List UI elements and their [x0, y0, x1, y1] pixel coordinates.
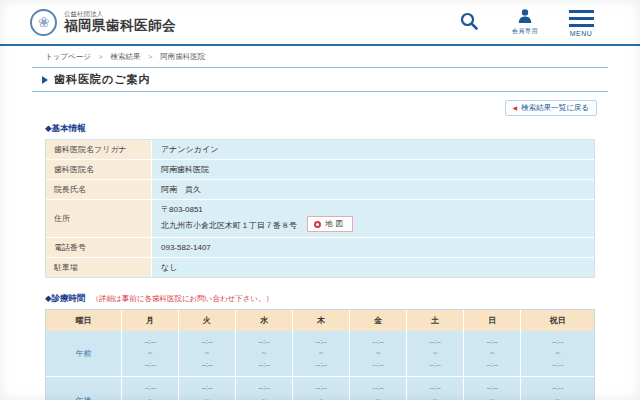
- hours-time-cell: --:--～--:--: [520, 331, 594, 378]
- row-label: 住所: [46, 200, 151, 238]
- row-label: 駐車場: [46, 258, 151, 277]
- table-row: 院長氏名 阿南 貫久: [46, 180, 594, 200]
- page-title: 歯科医院のご案内: [54, 72, 151, 87]
- hours-time-cell: --:--～--:--: [292, 331, 349, 378]
- hours-time-cell: --:--～--:--: [349, 377, 406, 400]
- hours-body: 午前--:--～--:----:--～--:----:--～--:----:--…: [46, 331, 594, 400]
- row-value: 阿南 貫久: [151, 180, 594, 200]
- hours-time-cell: --:--～--:--: [178, 377, 235, 400]
- hours-col: 祝日: [520, 310, 594, 331]
- back-to-results-label: 検索結果一覧に戻る: [521, 103, 589, 113]
- hours-section: ◆診療時間 （詳細は事前に各歯科医院にお問い合わせ下さい。） 曜日月火水木金土日…: [45, 293, 595, 400]
- back-arrow-icon: ◀: [513, 104, 518, 111]
- hours-time-cell: --:--～--:--: [349, 331, 406, 378]
- hours-time-cell: --:--～--:--: [292, 377, 349, 400]
- row-label: 電話番号: [46, 238, 151, 258]
- site-header: ❀ 公益社団法人 福岡県歯科医師会 会員専用 MENU: [0, 0, 640, 46]
- hours-time-cell: --:--～--:--: [235, 377, 292, 400]
- hours-time-cell: --:--～--:--: [406, 331, 463, 378]
- breadcrumb-search-results[interactable]: 検索結果: [111, 52, 141, 61]
- hours-time-cell: --:--～--:--: [121, 331, 178, 378]
- flower-glyph: ❀: [38, 15, 50, 29]
- table-row: 電話番号 093-582-1407: [46, 238, 594, 258]
- hours-time-cell: --:--～--:--: [520, 377, 594, 400]
- row-label: 院長氏名: [46, 180, 151, 200]
- hours-time-cell: --:--～--:--: [235, 331, 292, 378]
- row-label: 歯科医院名: [46, 160, 151, 180]
- header-actions: 会員専用 MENU: [454, 8, 596, 37]
- hours-col: 木: [292, 310, 349, 331]
- hours-col: 土: [406, 310, 463, 331]
- search-button[interactable]: [454, 8, 484, 31]
- hours-table: 曜日月火水木金土日祝日 午前--:--～--:----:--～--:----:-…: [45, 309, 595, 400]
- brand[interactable]: ❀ 公益社団法人 福岡県歯科医師会: [30, 9, 176, 36]
- association-logo-icon: ❀: [30, 9, 57, 36]
- hours-col-day: 曜日: [46, 310, 121, 331]
- row-value-address: 〒803-0851 北九州市小倉北区木町１丁目７番８号 地図: [151, 200, 594, 238]
- row-value: アナンシカイン: [151, 140, 594, 160]
- hours-row: 午後--:--～--:----:--～--:----:--～--:----:--…: [46, 377, 594, 400]
- back-to-results-button[interactable]: ◀ 検索結果一覧に戻る: [505, 100, 597, 116]
- map-button-label: 地図: [325, 218, 346, 230]
- basic-info-title: ◆基本情報: [45, 123, 86, 135]
- hours-time-cell: --:--～--:--: [178, 331, 235, 378]
- menu-button[interactable]: MENU: [566, 8, 596, 37]
- search-icon: [459, 11, 479, 31]
- member-area-label: 会員専用: [512, 27, 538, 36]
- hours-time-cell: --:--～--:--: [406, 377, 463, 400]
- hours-time-cell: --:--～--:--: [463, 377, 520, 400]
- triangle-marker-icon: [42, 76, 48, 84]
- hours-time-cell: --:--～--:--: [463, 331, 520, 378]
- basic-info-table: 歯科医院名フリガナ アナンシカイン 歯科医院名 阿南歯科医院 院長氏名 阿南 貫…: [45, 139, 595, 278]
- hours-col: 金: [349, 310, 406, 331]
- table-row: 歯科医院名フリガナ アナンシカイン: [46, 140, 594, 160]
- person-icon: [517, 8, 533, 24]
- breadcrumb-current: 阿南歯科医院: [160, 52, 205, 61]
- hours-col: 火: [178, 310, 235, 331]
- map-button[interactable]: 地図: [307, 216, 353, 232]
- hours-header-row: 曜日月火水木金土日祝日: [46, 310, 594, 331]
- basic-info-section: ◆基本情報 歯科医院名フリガナ アナンシカイン 歯科医院名 阿南歯科医院 院長氏…: [45, 123, 595, 278]
- hours-col: 月: [121, 310, 178, 331]
- row-value: なし: [151, 258, 594, 277]
- row-value: 阿南歯科医院: [151, 160, 594, 180]
- postal-code: 〒803-0851: [161, 204, 585, 217]
- breadcrumb-home[interactable]: トップページ: [45, 52, 91, 61]
- hours-row-label: 午後: [46, 377, 121, 400]
- breadcrumb: トップページ ＞ 検索結果 ＞ 阿南歯科医院: [45, 52, 640, 62]
- hours-col: 日: [463, 310, 520, 331]
- brand-text: 公益社団法人 福岡県歯科医師会: [64, 10, 176, 35]
- back-row: ◀ 検索結果一覧に戻る: [0, 96, 597, 116]
- row-value: 093-582-1407: [151, 238, 594, 258]
- member-area-button[interactable]: 会員専用: [510, 8, 540, 36]
- hours-note: （詳細は事前に各歯科医院にお問い合わせ下さい。）: [92, 294, 274, 304]
- hours-time-cell: --:--～--:--: [121, 377, 178, 400]
- row-label: 歯科医院名フリガナ: [46, 140, 151, 160]
- org-type: 公益社団法人: [64, 10, 176, 18]
- address-line: 北九州市小倉北区木町１丁目７番８号 地図: [161, 216, 585, 232]
- hours-col: 水: [235, 310, 292, 331]
- menu-label: MENU: [570, 30, 593, 37]
- breadcrumb-separator: ＞: [147, 52, 155, 61]
- hamburger-icon: [569, 8, 594, 27]
- breadcrumb-separator: ＞: [97, 52, 105, 61]
- table-row: 歯科医院名 阿南歯科医院: [46, 160, 594, 180]
- hours-title: ◆診療時間: [45, 293, 86, 305]
- org-name: 福岡県歯科医師会: [64, 18, 176, 35]
- table-row: 駐車場 なし: [46, 258, 594, 277]
- table-row: 住所 〒803-0851 北九州市小倉北区木町１丁目７番８号 地図: [46, 200, 594, 238]
- hours-row-label: 午前: [46, 331, 121, 378]
- map-pin-icon: [314, 221, 321, 228]
- hours-row: 午前--:--～--:----:--～--:----:--～--:----:--…: [46, 331, 594, 378]
- page-title-bar: 歯科医院のご案内: [32, 67, 608, 92]
